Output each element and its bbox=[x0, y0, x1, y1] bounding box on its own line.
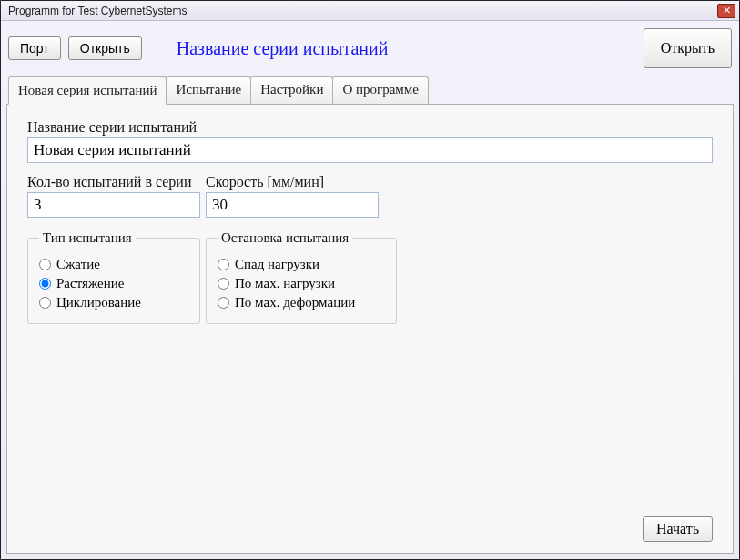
radio-max-def[interactable]: По мах. деформации bbox=[218, 295, 385, 311]
radio-tension-label: Растяжение bbox=[56, 276, 124, 291]
radio-compress[interactable]: Сжатие bbox=[39, 257, 188, 272]
window-close-button[interactable]: ✕ bbox=[717, 4, 735, 18]
group-stop-condition: Остановка испытания Спад нагрузки По мах… bbox=[206, 230, 397, 324]
radio-load-drop[interactable]: Спад нагрузки bbox=[218, 257, 385, 272]
tabs: Новая серия испытаний Испытание Настройк… bbox=[8, 76, 734, 104]
tab-test[interactable]: Испытание bbox=[166, 76, 251, 105]
open-button-right[interactable]: Открыть bbox=[644, 28, 732, 68]
start-button[interactable]: Начать bbox=[643, 516, 713, 542]
radio-tension-input[interactable] bbox=[39, 278, 51, 290]
stop-legend: Остановка испытания bbox=[218, 230, 352, 246]
radio-compress-label: Сжатие bbox=[56, 257, 100, 272]
count-label: Кол-во испытаний в серии bbox=[27, 174, 200, 190]
speed-label: Скорость [мм/мин] bbox=[206, 174, 379, 190]
tab-about[interactable]: О программе bbox=[332, 76, 429, 105]
tabstrip: Новая серия испытаний Испытание Настройк… bbox=[6, 76, 734, 554]
window-title: Programm for Test CybernetSystems bbox=[8, 5, 188, 17]
radio-max-def-input[interactable] bbox=[218, 297, 229, 309]
tab-settings[interactable]: Настройки bbox=[250, 76, 333, 105]
radio-max-load-input[interactable] bbox=[218, 278, 229, 290]
tab-new-series[interactable]: Новая серия испытаний bbox=[8, 76, 167, 105]
radio-max-load[interactable]: По мах. нагрузки bbox=[218, 276, 385, 291]
series-name-label: Название серии испытаний bbox=[27, 119, 713, 136]
group-test-type: Тип испытания Сжатие Растяжение Циклиров… bbox=[27, 230, 200, 324]
radio-max-def-label: По мах. деформации bbox=[235, 295, 355, 311]
port-button[interactable]: Порт bbox=[8, 36, 61, 60]
radio-compress-input[interactable] bbox=[39, 259, 51, 270]
titlebar: Programm for Test CybernetSystems ✕ bbox=[1, 1, 739, 21]
radio-cycle[interactable]: Циклирование bbox=[39, 295, 188, 311]
radio-tension[interactable]: Растяжение bbox=[39, 276, 188, 291]
tabpanel-new-series: Название серии испытаний Кол-во испытани… bbox=[6, 104, 734, 554]
series-name-input[interactable] bbox=[27, 137, 713, 163]
radio-max-load-label: По мах. нагрузки bbox=[235, 276, 335, 291]
toolbar: Порт Открыть Название серии испытаний От… bbox=[6, 25, 734, 74]
app-window: Programm for Test CybernetSystems ✕ Порт… bbox=[0, 0, 740, 560]
radio-load-drop-input[interactable] bbox=[218, 259, 229, 270]
client-area: Порт Открыть Название серии испытаний От… bbox=[1, 21, 739, 559]
speed-input[interactable] bbox=[206, 192, 379, 218]
test-type-legend: Тип испытания bbox=[39, 230, 136, 246]
close-icon: ✕ bbox=[723, 5, 731, 15]
radio-load-drop-label: Спад нагрузки bbox=[235, 257, 319, 272]
count-input[interactable] bbox=[27, 192, 200, 218]
series-title-heading: Название серии испытаний bbox=[177, 38, 389, 59]
open-button-top[interactable]: Открыть bbox=[68, 36, 142, 60]
radio-cycle-label: Циклирование bbox=[56, 295, 141, 311]
radio-cycle-input[interactable] bbox=[39, 297, 51, 309]
